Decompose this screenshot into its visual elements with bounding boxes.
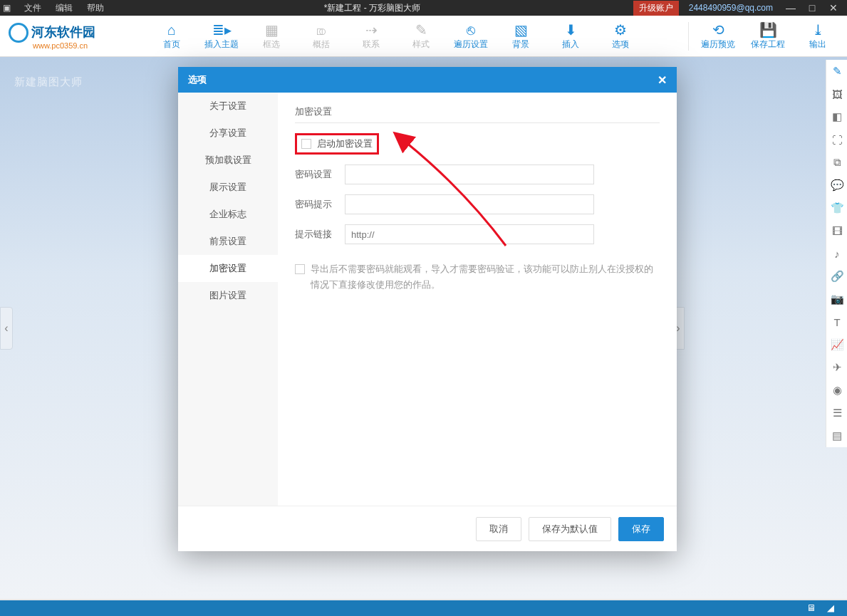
hint-label: 密码提示 bbox=[295, 198, 345, 211]
home-icon: ⌂ bbox=[147, 21, 197, 38]
sidebar-item-encryption[interactable]: 加密设置 bbox=[178, 255, 278, 282]
canvas-prev-button[interactable]: ‹ bbox=[0, 307, 13, 350]
ribbon-relation[interactable]: ⇢联系 bbox=[346, 21, 396, 51]
sidebar-item-preload[interactable]: 预加载设置 bbox=[178, 147, 278, 174]
dialog-content: 加密设置 启动加密设置 密码设置 密码提示 提示链接 导出后不需要密码就能观看，… bbox=[278, 93, 677, 506]
maximize-button[interactable]: □ bbox=[801, 2, 823, 14]
shapes-icon[interactable]: ◧ bbox=[826, 105, 847, 128]
close-window-button[interactable]: ✕ bbox=[823, 2, 844, 14]
insert-topic-icon: ≣▸ bbox=[197, 21, 246, 38]
dialog-footer: 取消 保存为默认值 保存 bbox=[178, 506, 677, 551]
preview-icon: ⟲ bbox=[693, 21, 743, 38]
sidebar-item-corporate[interactable]: 企业标志 bbox=[178, 201, 278, 228]
menu-help[interactable]: 帮助 bbox=[80, 2, 111, 14]
playback-icon: ⎋ bbox=[446, 21, 496, 38]
sidebar-item-display[interactable]: 展示设置 bbox=[178, 174, 278, 201]
window-title: *新建工程 - 万彩脑图大师 bbox=[111, 2, 633, 14]
help-text: 导出后不需要密码就能观看，导入才需要密码验证，该功能可以防止别人在没授权的情况下… bbox=[311, 261, 660, 293]
send-icon[interactable]: ✈ bbox=[826, 356, 847, 379]
ribbon-summary[interactable]: ⎄概括 bbox=[296, 21, 346, 51]
ribbon-background[interactable]: ▧背景 bbox=[496, 21, 546, 51]
save-default-button[interactable]: 保存为默认值 bbox=[529, 517, 611, 541]
relation-icon: ⇢ bbox=[346, 21, 396, 38]
statusbar: 🖥 ◢ bbox=[0, 600, 847, 616]
logo-name: 河东软件园 bbox=[31, 24, 95, 38]
ribbon-home[interactable]: ⌂首页 bbox=[147, 21, 197, 51]
flash-icon[interactable]: ⧉ bbox=[826, 151, 847, 174]
account-label[interactable]: 2448490959@qq.com bbox=[689, 3, 773, 13]
hint-input[interactable] bbox=[345, 194, 594, 214]
options-dialog: 选项 ✕ 关于设置 分享设置 预加载设置 展示设置 企业标志 前景设置 加密设置… bbox=[178, 67, 677, 551]
edit-icon[interactable]: ✎ bbox=[826, 60, 847, 83]
dialog-close-button[interactable]: ✕ bbox=[658, 73, 667, 87]
sidebar-item-foreground[interactable]: 前景设置 bbox=[178, 228, 278, 255]
watermark-text: 新建脑图大师 bbox=[14, 75, 83, 89]
music-icon[interactable]: ♪ bbox=[826, 242, 847, 265]
expand-icon[interactable]: ⛶ bbox=[826, 128, 847, 151]
menu-edit[interactable]: 编辑 bbox=[48, 2, 80, 14]
ribbon-style[interactable]: ✎样式 bbox=[396, 21, 446, 51]
save-button[interactable]: 保存 bbox=[618, 517, 664, 541]
password-label: 密码设置 bbox=[295, 168, 345, 181]
titlebar: ▣ 文件 编辑 帮助 *新建工程 - 万彩脑图大师 升级账户 244849095… bbox=[0, 0, 847, 16]
right-toolbar: ✎ 🖼 ◧ ⛶ ⧉ 💬 👕 🎞 ♪ 🔗 📷 T 📈 ✈ ◉ ☰ ▤ bbox=[826, 60, 847, 447]
summary-icon: ⎄ bbox=[296, 21, 346, 38]
help-checkbox[interactable] bbox=[295, 264, 305, 274]
archive-icon[interactable]: ▤ bbox=[826, 424, 847, 447]
background-icon: ▧ bbox=[496, 21, 546, 38]
app-icon: ▣ bbox=[3, 3, 13, 13]
options-icon: ⚙ bbox=[596, 21, 645, 38]
dialog-sidebar: 关于设置 分享设置 预加载设置 展示设置 企业标志 前景设置 加密设置 图片设置 bbox=[178, 93, 278, 506]
enable-encryption-checkbox[interactable] bbox=[301, 139, 311, 149]
password-input[interactable] bbox=[345, 165, 594, 184]
save-icon: 💾 bbox=[743, 21, 793, 38]
section-title: 加密设置 bbox=[295, 105, 660, 123]
circle-icon[interactable]: ◉ bbox=[826, 379, 847, 402]
logo: 河东软件园 www.pc0359.cn bbox=[4, 23, 147, 50]
ribbon-playback-settings[interactable]: ⎋遍历设置 bbox=[446, 21, 496, 51]
sidebar-item-about[interactable]: 关于设置 bbox=[178, 93, 278, 120]
ribbon-save-project[interactable]: 💾保存工程 bbox=[743, 21, 793, 51]
menu-file[interactable]: 文件 bbox=[17, 2, 48, 14]
insert-icon: ⬇ bbox=[546, 21, 596, 38]
camera-icon[interactable]: 📷 bbox=[826, 288, 847, 310]
link-input[interactable] bbox=[345, 224, 594, 244]
link-icon[interactable]: 🔗 bbox=[826, 265, 847, 288]
ribbon-export[interactable]: ⤓输出 bbox=[793, 21, 843, 51]
chat-icon[interactable]: 💬 bbox=[826, 174, 847, 197]
dialog-title: 选项 bbox=[188, 73, 658, 86]
video-icon[interactable]: 🎞 bbox=[826, 219, 847, 242]
statusbar-monitor-icon[interactable]: 🖥 bbox=[806, 602, 816, 613]
style-icon: ✎ bbox=[396, 21, 446, 38]
minimize-button[interactable]: — bbox=[780, 2, 801, 14]
ribbon-toolbar: 河东软件园 www.pc0359.cn ⌂首页 ≣▸插入主题 ▦框选 ⎄概括 ⇢… bbox=[0, 16, 847, 57]
upgrade-button[interactable]: 升级账户 bbox=[633, 1, 679, 16]
export-icon: ⤓ bbox=[793, 21, 843, 38]
highlight-annotation: 启动加密设置 bbox=[295, 133, 379, 155]
ribbon-preview[interactable]: ⟲遍历预览 bbox=[693, 21, 743, 51]
statusbar-resize-icon[interactable]: ◢ bbox=[827, 602, 834, 613]
link-label: 提示链接 bbox=[295, 228, 345, 241]
chart-icon[interactable]: 📈 bbox=[826, 333, 847, 356]
ribbon-insert-topic[interactable]: ≣▸插入主题 bbox=[197, 21, 246, 51]
frame-icon: ▦ bbox=[246, 21, 296, 38]
sidebar-item-image[interactable]: 图片设置 bbox=[178, 282, 278, 309]
layers-icon[interactable]: ☰ bbox=[826, 402, 847, 424]
sidebar-item-share[interactable]: 分享设置 bbox=[178, 120, 278, 147]
cancel-button[interactable]: 取消 bbox=[476, 517, 521, 541]
dialog-header: 选项 ✕ bbox=[178, 67, 677, 93]
image-icon[interactable]: 🖼 bbox=[826, 83, 847, 105]
ribbon-options[interactable]: ⚙选项 bbox=[596, 21, 645, 51]
ribbon-frame[interactable]: ▦框选 bbox=[246, 21, 296, 51]
ribbon-insert[interactable]: ⬇插入 bbox=[546, 21, 596, 51]
shirt-icon[interactable]: 👕 bbox=[826, 197, 847, 219]
enable-encryption-label: 启动加密设置 bbox=[317, 137, 373, 150]
text-icon[interactable]: T bbox=[826, 310, 847, 333]
